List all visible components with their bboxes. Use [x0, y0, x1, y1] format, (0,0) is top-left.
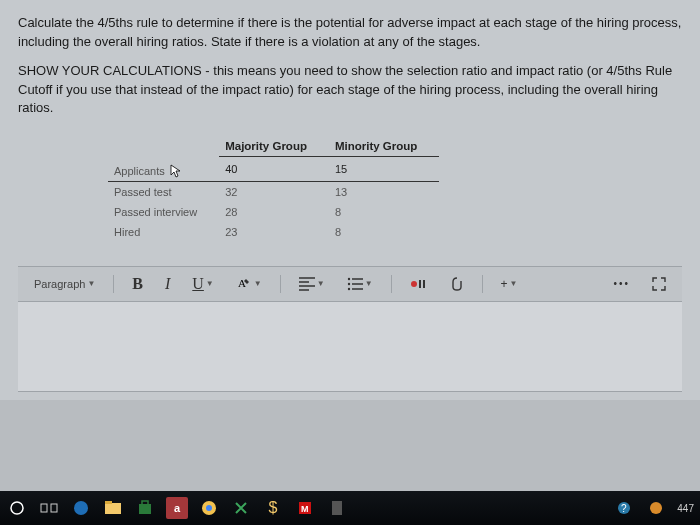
tray-battery-icon[interactable] — [645, 497, 667, 519]
row-label: Hired — [108, 222, 219, 242]
cell-majority: 28 — [219, 202, 329, 222]
fullscreen-button[interactable] — [648, 275, 670, 293]
svg-rect-12 — [105, 501, 112, 504]
svg-point-1 — [347, 278, 349, 280]
row-label: Passed test — [108, 181, 219, 202]
taskbar-app-vscode[interactable] — [230, 497, 252, 519]
paragraph-style-dropdown[interactable]: Paragraph ▼ — [30, 276, 99, 292]
taskbar-app-chrome[interactable] — [198, 497, 220, 519]
svg-rect-14 — [142, 501, 148, 505]
cursor-icon — [170, 164, 182, 180]
taskbar-app-generic[interactable]: $ — [262, 497, 284, 519]
svg-text:?: ? — [621, 503, 627, 514]
svg-point-2 — [347, 283, 349, 285]
chevron-down-icon: ▼ — [206, 279, 214, 288]
svg-point-4 — [411, 281, 417, 287]
attachment-icon — [450, 276, 464, 292]
svg-rect-5 — [419, 280, 421, 288]
taskbar-app-access[interactable]: a — [166, 497, 188, 519]
separator — [391, 275, 392, 293]
list-button[interactable]: ▼ — [343, 275, 377, 293]
svg-rect-8 — [41, 504, 47, 512]
cell-minority: 8 — [329, 202, 439, 222]
chevron-down-icon: ▼ — [87, 279, 95, 288]
svg-text:M: M — [301, 504, 309, 514]
question-p1: Calculate the 4/5ths rule to determine i… — [18, 14, 682, 52]
cell-majority: 40 — [219, 157, 329, 182]
separator — [113, 275, 114, 293]
underline-label: U — [192, 275, 204, 293]
bold-button[interactable]: B — [128, 273, 147, 295]
svg-rect-9 — [51, 504, 57, 512]
editor-toolbar: Paragraph ▼ B I U ▼ A ▼ ▼ ▼ — [18, 266, 682, 302]
more-button[interactable]: ••• — [609, 276, 634, 291]
tray-help-icon[interactable]: ? — [613, 497, 635, 519]
fullscreen-icon — [652, 277, 666, 291]
hiring-data-table: Majority Group Minority Group Applicants… — [108, 136, 439, 242]
record-icon — [410, 277, 428, 291]
taskbar-app-generic2[interactable] — [326, 497, 348, 519]
table-row: Passed test 32 13 — [108, 181, 439, 202]
svg-rect-6 — [423, 280, 425, 288]
col-minority: Minority Group — [329, 136, 439, 157]
taskbar: a $ M ? 447 — [0, 491, 700, 525]
answer-editor[interactable] — [18, 302, 682, 392]
row-label: Applicants — [114, 165, 165, 177]
word-count[interactable]: 447 — [677, 497, 694, 519]
chevron-down-icon: ▼ — [317, 279, 325, 288]
svg-rect-11 — [105, 503, 121, 514]
plus-icon: + — [501, 277, 508, 291]
paragraph-label: Paragraph — [34, 278, 85, 290]
cell-minority: 15 — [329, 157, 439, 182]
svg-point-7 — [11, 502, 23, 514]
chevron-down-icon: ▼ — [510, 279, 518, 288]
separator — [482, 275, 483, 293]
svg-text:A: A — [238, 277, 246, 289]
svg-point-3 — [347, 288, 349, 290]
svg-point-22 — [650, 502, 662, 514]
cell-majority: 32 — [219, 181, 329, 202]
table-row: Hired 23 8 — [108, 222, 439, 242]
taskbar-app-mcafee[interactable]: M — [294, 497, 316, 519]
row-label: Passed interview — [108, 202, 219, 222]
text-color-icon: A — [236, 276, 252, 292]
col-majority: Majority Group — [219, 136, 329, 157]
question-p2: SHOW YOUR CALCULATIONS - this means you … — [18, 62, 682, 119]
text-color-button[interactable]: A ▼ — [232, 274, 266, 294]
question-text: Calculate the 4/5ths rule to determine i… — [18, 14, 682, 118]
record-button[interactable] — [406, 275, 432, 293]
col-empty — [108, 136, 219, 157]
separator — [280, 275, 281, 293]
taskbar-app-explorer[interactable] — [102, 497, 124, 519]
chevron-down-icon: ▼ — [254, 279, 262, 288]
cell-minority: 13 — [329, 181, 439, 202]
italic-button[interactable]: I — [161, 273, 174, 295]
taskbar-app-edge[interactable] — [70, 497, 92, 519]
underline-button[interactable]: U ▼ — [188, 273, 217, 295]
cell-majority: 23 — [219, 222, 329, 242]
table-row: Passed interview 28 8 — [108, 202, 439, 222]
align-left-icon — [299, 277, 315, 291]
svg-rect-19 — [332, 501, 342, 515]
align-button[interactable]: ▼ — [295, 275, 329, 293]
attachment-button[interactable] — [446, 274, 468, 294]
taskbar-app-store[interactable] — [134, 497, 156, 519]
cortana-icon[interactable] — [6, 497, 28, 519]
insert-button[interactable]: + ▼ — [497, 275, 522, 293]
task-view-icon[interactable] — [38, 497, 60, 519]
chevron-down-icon: ▼ — [365, 279, 373, 288]
svg-point-10 — [74, 501, 88, 515]
cell-minority: 8 — [329, 222, 439, 242]
svg-point-16 — [206, 505, 212, 511]
list-icon — [347, 277, 363, 291]
table-row: Applicants 40 15 — [108, 157, 439, 182]
